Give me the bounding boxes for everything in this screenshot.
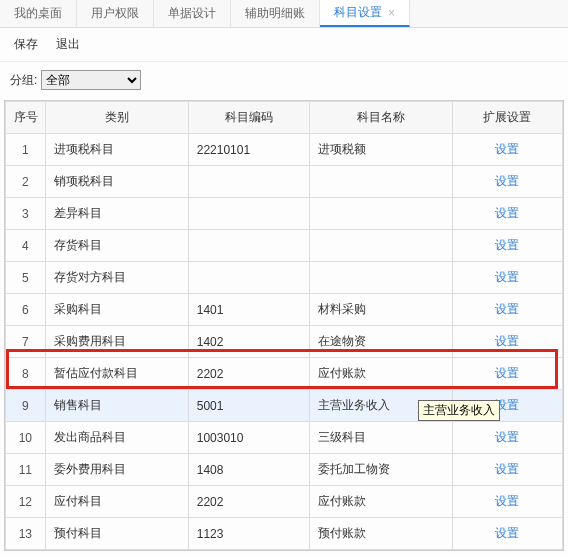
cell-name[interactable] — [309, 230, 452, 262]
cell-category: 销售科目 — [45, 390, 188, 422]
cell-ext: 设置 — [452, 422, 562, 454]
cell-seq: 9 — [6, 390, 46, 422]
cell-seq: 3 — [6, 198, 46, 230]
cell-category: 委外费用科目 — [45, 454, 188, 486]
table-row[interactable]: 3差异科目设置 — [6, 198, 563, 230]
cell-ext: 设置 — [452, 262, 562, 294]
table-row[interactable]: 2销项税科目设置 — [6, 166, 563, 198]
table-row[interactable]: 13预付科目1123预付账款设置 — [6, 518, 563, 550]
cell-category: 存货科目 — [45, 230, 188, 262]
col-code: 科目编码 — [188, 102, 309, 134]
cell-code[interactable]: 22210101 — [188, 134, 309, 166]
grid: 序号 类别 科目编码 科目名称 扩展设置 1进项税科目22210101进项税额设… — [4, 100, 564, 551]
col-category: 类别 — [45, 102, 188, 134]
cell-category: 进项税科目 — [45, 134, 188, 166]
table-header-row: 序号 类别 科目编码 科目名称 扩展设置 — [6, 102, 563, 134]
cell-code[interactable]: 1408 — [188, 454, 309, 486]
cell-ext: 设置 — [452, 198, 562, 230]
table-row[interactable]: 1进项税科目22210101进项税额设置 — [6, 134, 563, 166]
cell-ext: 设置 — [452, 486, 562, 518]
filter-row: 分组: 全部 — [0, 62, 568, 100]
cell-code[interactable] — [188, 230, 309, 262]
close-icon[interactable]: × — [388, 6, 395, 20]
cell-name[interactable]: 三级科目 — [309, 422, 452, 454]
table-row[interactable]: 7采购费用科目1402在途物资设置 — [6, 326, 563, 358]
cell-code[interactable]: 5001 — [188, 390, 309, 422]
cell-code[interactable] — [188, 166, 309, 198]
cell-seq: 12 — [6, 486, 46, 518]
cell-code[interactable]: 1402 — [188, 326, 309, 358]
tab-desktop[interactable]: 我的桌面 — [0, 0, 77, 27]
cell-code[interactable]: 1401 — [188, 294, 309, 326]
ext-settings-link[interactable]: 设置 — [495, 270, 519, 284]
cell-category: 预付科目 — [45, 518, 188, 550]
col-ext: 扩展设置 — [452, 102, 562, 134]
ext-settings-link[interactable]: 设置 — [495, 494, 519, 508]
table-row[interactable]: 4存货科目设置 — [6, 230, 563, 262]
tab-bar: 我的桌面 用户权限 单据设计 辅助明细账 科目设置 × — [0, 0, 568, 28]
ext-settings-link[interactable]: 设置 — [495, 430, 519, 444]
cell-seq: 2 — [6, 166, 46, 198]
ext-settings-link[interactable]: 设置 — [495, 334, 519, 348]
tab-user-permissions[interactable]: 用户权限 — [77, 0, 154, 27]
cell-category: 采购费用科目 — [45, 326, 188, 358]
table-row[interactable]: 10发出商品科目1003010三级科目设置 — [6, 422, 563, 454]
cell-name[interactable]: 应付账款 — [309, 486, 452, 518]
toolbar: 保存 退出 — [0, 28, 568, 62]
cell-seq: 5 — [6, 262, 46, 294]
cell-name[interactable] — [309, 198, 452, 230]
cell-category: 采购科目 — [45, 294, 188, 326]
ext-settings-link[interactable]: 设置 — [495, 174, 519, 188]
cell-seq: 4 — [6, 230, 46, 262]
table-row[interactable]: 5存货对方科目设置 — [6, 262, 563, 294]
cell-name[interactable]: 预付账款 — [309, 518, 452, 550]
ext-settings-link[interactable]: 设置 — [495, 462, 519, 476]
exit-button[interactable]: 退出 — [52, 34, 84, 55]
cell-category: 差异科目 — [45, 198, 188, 230]
cell-code[interactable] — [188, 198, 309, 230]
cell-ext: 设置 — [452, 134, 562, 166]
cell-category: 暂估应付款科目 — [45, 358, 188, 390]
cell-seq: 7 — [6, 326, 46, 358]
cell-code[interactable]: 1123 — [188, 518, 309, 550]
cell-ext: 设置 — [452, 326, 562, 358]
cell-name[interactable] — [309, 166, 452, 198]
ext-settings-link[interactable]: 设置 — [495, 142, 519, 156]
cell-seq: 6 — [6, 294, 46, 326]
table-row[interactable]: 12应付科目2202应付账款设置 — [6, 486, 563, 518]
table-row[interactable]: 8暂估应付款科目2202应付账款设置 — [6, 358, 563, 390]
save-button[interactable]: 保存 — [10, 34, 42, 55]
cell-code[interactable]: 2202 — [188, 486, 309, 518]
cell-code[interactable] — [188, 262, 309, 294]
tab-aux-ledger[interactable]: 辅助明细账 — [231, 0, 320, 27]
tab-account-settings[interactable]: 科目设置 × — [320, 0, 410, 27]
cell-name[interactable]: 在途物资 — [309, 326, 452, 358]
cell-category: 应付科目 — [45, 486, 188, 518]
cell-seq: 11 — [6, 454, 46, 486]
cell-name[interactable]: 材料采购 — [309, 294, 452, 326]
cell-category: 销项税科目 — [45, 166, 188, 198]
ext-settings-link[interactable]: 设置 — [495, 302, 519, 316]
cell-category: 发出商品科目 — [45, 422, 188, 454]
cell-name[interactable]: 应付账款 — [309, 358, 452, 390]
cell-name[interactable]: 委托加工物资 — [309, 454, 452, 486]
cell-name[interactable] — [309, 262, 452, 294]
cell-seq: 13 — [6, 518, 46, 550]
group-select[interactable]: 全部 — [41, 70, 141, 90]
cell-code[interactable]: 1003010 — [188, 422, 309, 454]
tab-form-design[interactable]: 单据设计 — [154, 0, 231, 27]
table-row[interactable]: 6采购科目1401材料采购设置 — [6, 294, 563, 326]
cell-ext: 设置 — [452, 358, 562, 390]
cell-category: 存货对方科目 — [45, 262, 188, 294]
cell-seq: 1 — [6, 134, 46, 166]
cell-seq: 8 — [6, 358, 46, 390]
ext-settings-link[interactable]: 设置 — [495, 366, 519, 380]
cell-name[interactable]: 进项税额 — [309, 134, 452, 166]
ext-settings-link[interactable]: 设置 — [495, 206, 519, 220]
ext-settings-link[interactable]: 设置 — [495, 238, 519, 252]
cell-ext: 设置 — [452, 518, 562, 550]
ext-settings-link[interactable]: 设置 — [495, 526, 519, 540]
tooltip: 主营业务收入 — [418, 400, 500, 421]
table-row[interactable]: 11委外费用科目1408委托加工物资设置 — [6, 454, 563, 486]
cell-code[interactable]: 2202 — [188, 358, 309, 390]
